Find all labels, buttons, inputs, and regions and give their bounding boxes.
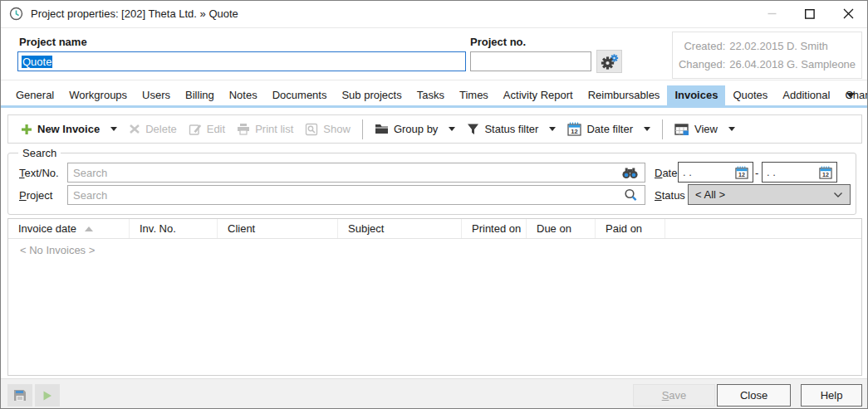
svg-text:12: 12: [822, 171, 829, 177]
tab-activity-report[interactable]: Activity Report: [496, 85, 581, 105]
preview-icon: [305, 123, 318, 136]
tab-documents[interactable]: Documents: [265, 85, 335, 105]
view-dropdown-caret[interactable]: [728, 127, 735, 131]
tab-bar: General Workgroups Users Billing Notes D…: [8, 85, 868, 105]
tab-quotes[interactable]: Quotes: [725, 85, 775, 105]
audit-info-box: Created: 22.02.2015 D. Smith Changed: 26…: [672, 32, 862, 79]
svg-text:12: 12: [571, 128, 578, 135]
edit-button: Edit: [183, 119, 231, 140]
date-from-value: . .: [683, 166, 692, 178]
tab-underline: [1, 105, 867, 108]
help-button[interactable]: Help: [801, 384, 862, 407]
tab-additional[interactable]: Additional: [775, 85, 837, 105]
chevron-down-icon: [833, 192, 843, 198]
date-label: Date: [655, 167, 677, 179]
date-filter-dropdown-caret[interactable]: [644, 127, 650, 131]
tab-times[interactable]: Times: [452, 85, 496, 105]
window-title: Project properties: [202] Theta Ltd. » Q…: [31, 7, 238, 20]
column-header-due-on[interactable]: Due on: [527, 219, 596, 238]
tab-reimbursables[interactable]: Reimbursables: [581, 85, 668, 105]
text-no-label: Text/No.: [19, 167, 59, 179]
date-from-field[interactable]: . . 12: [678, 162, 753, 183]
minimize-button: [753, 1, 791, 27]
close-button[interactable]: [829, 1, 867, 27]
close-dialog-button[interactable]: Close: [717, 384, 791, 407]
tab-invoices[interactable]: Invoices: [667, 85, 725, 105]
quick-save-button: [7, 384, 32, 407]
app-clock-icon: [9, 7, 23, 21]
tab-notes[interactable]: Notes: [222, 85, 265, 105]
tab-sub-projects[interactable]: Sub projects: [334, 85, 409, 105]
project-search-input[interactable]: [67, 185, 645, 205]
tab-billing[interactable]: Billing: [178, 85, 222, 105]
project-name-input[interactable]: Quote: [17, 51, 466, 71]
binoculars-icon[interactable]: [621, 167, 639, 179]
magnifier-icon[interactable]: [624, 188, 638, 202]
column-header-paid-on[interactable]: Paid on: [596, 219, 665, 238]
column-header-invoice-date[interactable]: Invoice date: [8, 219, 130, 238]
view-button[interactable]: View: [669, 119, 741, 140]
new-invoice-button[interactable]: New Invoice: [15, 119, 123, 140]
run-button: [35, 384, 60, 407]
status-selected-value: < All >: [695, 188, 725, 201]
new-invoice-dropdown-caret[interactable]: [110, 127, 117, 131]
changed-value: 26.04.2018 G. Sampleone: [729, 58, 856, 71]
status-filter-dropdown-caret[interactable]: [549, 127, 556, 131]
invoice-toolbar: New Invoice Delete Edit Print list Sh: [7, 114, 862, 144]
project-name-label: Project name: [19, 36, 87, 48]
column-header-client[interactable]: Client: [218, 219, 338, 238]
tab-tasks[interactable]: Tasks: [409, 85, 452, 105]
gears-icon: [600, 53, 619, 71]
floppy-disk-icon: [13, 389, 27, 402]
show-button: Show: [299, 119, 356, 140]
tab-overflow-chevron[interactable]: [846, 93, 855, 98]
column-header-subject[interactable]: Subject: [338, 219, 462, 238]
edit-label: Edit: [207, 123, 225, 135]
changed-label: Changed:: [679, 58, 725, 71]
tab-general[interactable]: General: [8, 85, 61, 105]
delete-label: Delete: [145, 123, 177, 135]
calendar-icon[interactable]: 12: [819, 166, 832, 179]
print-list-label: Print list: [255, 123, 293, 135]
status-dropdown[interactable]: < All >: [688, 184, 851, 205]
edit-icon: [189, 123, 202, 136]
column-header-printed-on[interactable]: Printed on: [462, 219, 527, 238]
tab-users[interactable]: Users: [135, 85, 178, 105]
date-to-field[interactable]: . . 12: [762, 162, 837, 183]
header-bottom-divider: [1, 80, 867, 80]
project-no-settings-button[interactable]: [596, 50, 622, 73]
group-by-label: Group by: [394, 123, 438, 135]
delete-x-icon: [129, 124, 140, 134]
column-header-inv-no[interactable]: Inv. No.: [130, 219, 218, 238]
title-bar[interactable]: Project properties: [202] Theta Ltd. » Q…: [1, 1, 867, 27]
created-label: Created:: [679, 40, 725, 52]
svg-text:12: 12: [738, 171, 745, 177]
date-range-separator: -: [755, 167, 758, 179]
search-legend: Search: [18, 147, 61, 159]
status-filter-button[interactable]: Status filter: [461, 119, 562, 140]
text-no-search-input[interactable]: [67, 163, 645, 183]
view-label: View: [694, 123, 718, 135]
play-icon: [42, 390, 53, 402]
project-name-selected-text: Quote: [22, 56, 52, 68]
show-label: Show: [323, 123, 351, 135]
plus-icon: [21, 124, 32, 135]
delete-button: Delete: [123, 119, 183, 140]
toolbar-separator: [362, 119, 363, 139]
header-top-divider: [1, 27, 867, 28]
funnel-icon: [467, 123, 479, 135]
tab-workgroups[interactable]: Workgroups: [61, 85, 135, 105]
calendar-icon[interactable]: 12: [735, 166, 748, 179]
sort-ascending-icon: [85, 226, 93, 231]
footer-bar: Save Close Help: [1, 378, 867, 408]
date-to-value: . .: [767, 166, 776, 178]
status-filter-label: Status filter: [484, 123, 538, 135]
group-by-button[interactable]: Group by: [369, 119, 461, 140]
maximize-button[interactable]: [791, 1, 829, 27]
project-properties-window: Project properties: [202] Theta Ltd. » Q…: [0, 0, 868, 409]
group-by-dropdown-caret[interactable]: [449, 127, 455, 131]
calendar-icon: 12: [567, 122, 581, 136]
date-filter-button[interactable]: 12 Date filter: [562, 119, 656, 140]
save-button: Save: [633, 384, 715, 407]
project-no-input[interactable]: [470, 51, 591, 71]
